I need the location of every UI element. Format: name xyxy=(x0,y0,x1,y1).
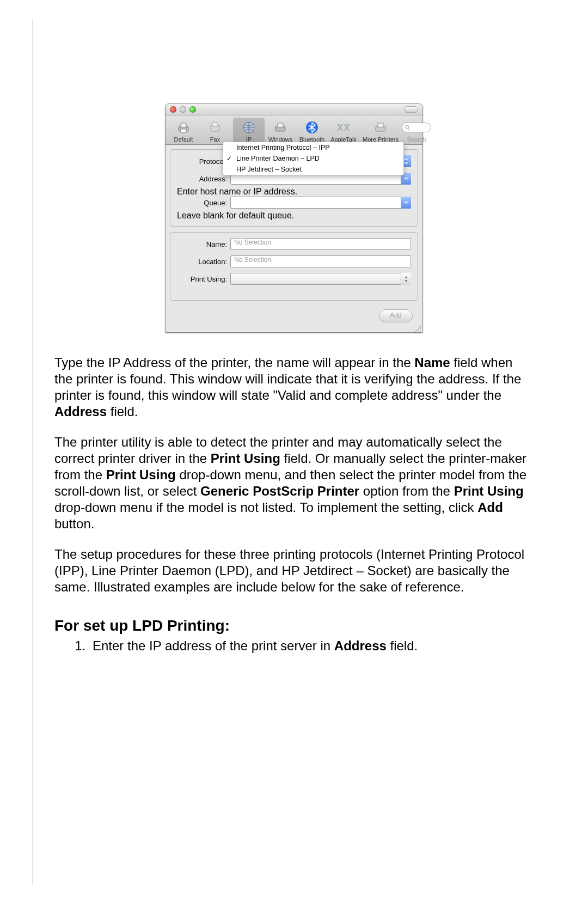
document-body: Type the IP Address of the printer, the … xyxy=(54,355,534,595)
name-input[interactable]: No Selection xyxy=(230,238,411,250)
chevron-down-icon xyxy=(404,201,408,204)
window-titlebar xyxy=(166,104,422,115)
address-label: Address: xyxy=(177,175,230,183)
search-icon xyxy=(405,125,411,131)
printer-icon xyxy=(168,120,199,135)
lpd-steps-list: Enter the IP address of the print server… xyxy=(54,638,534,654)
bluetooth-icon xyxy=(296,120,328,135)
protocol-option-socket[interactable]: HP Jetdirect – Socket xyxy=(223,164,403,175)
toolbar-search-label: Search xyxy=(402,136,431,143)
print-using-select[interactable] xyxy=(230,273,411,285)
bold-address: Address xyxy=(334,638,387,653)
name-label: Name: xyxy=(177,240,230,248)
chevron-down-icon: ▼ xyxy=(405,279,408,283)
protocol-option-socket-label: HP Jetdirect – Socket xyxy=(236,166,302,173)
toolbar-default-label: Default xyxy=(168,136,199,143)
appletalk-icon xyxy=(328,120,359,135)
add-button[interactable]: Add xyxy=(379,309,413,322)
protocol-option-ipp-label: Internet Printing Protocol – IPP xyxy=(236,144,330,151)
bold-generic-postscrip: Generic PostScrip Printer xyxy=(200,484,359,498)
queue-hint: Leave blank for default queue. xyxy=(177,211,411,221)
printer-browser-toolbar: Default Fax IP Windows xyxy=(166,115,422,145)
bold-add: Add xyxy=(477,500,503,515)
windows-printer-icon xyxy=(265,120,296,135)
queue-history-button[interactable] xyxy=(401,197,411,209)
paragraph-1: Type the IP Address of the printer, the … xyxy=(54,355,534,420)
globe-icon xyxy=(233,120,265,135)
toolbar-ip[interactable]: IP xyxy=(233,118,265,144)
protocol-option-ipp[interactable]: Internet Printing Protocol – IPP xyxy=(223,142,403,153)
location-input[interactable]: No Selection xyxy=(230,255,411,267)
print-using-label: Print Using: xyxy=(177,275,230,283)
details-panel: Name: No Selection Location: No Selectio… xyxy=(170,232,418,301)
search-input[interactable] xyxy=(402,123,431,132)
lpd-step-1: Enter the IP address of the print server… xyxy=(89,638,534,654)
svg-rect-1 xyxy=(181,123,186,127)
chevron-up-icon: ▲ xyxy=(405,275,408,279)
toolbar-bluetooth[interactable]: Bluetooth xyxy=(296,118,328,144)
svg-line-12 xyxy=(408,129,410,130)
zoom-icon[interactable] xyxy=(189,106,196,113)
svg-rect-10 xyxy=(378,123,383,127)
queue-input[interactable] xyxy=(230,197,411,209)
add-printer-window: Default Fax IP Windows xyxy=(165,103,423,333)
print-using-select-button[interactable]: ▲ ▼ xyxy=(401,273,411,285)
checkmark-icon: ✓ xyxy=(226,155,232,162)
queue-label: Queue: xyxy=(177,199,230,207)
toolbar-more-printers[interactable]: More Printers xyxy=(359,118,402,144)
svg-rect-4 xyxy=(212,123,218,126)
toolbar-search[interactable]: Search xyxy=(402,118,431,144)
toolbar-toggle-icon[interactable] xyxy=(404,106,418,113)
bold-print-using: Print Using xyxy=(211,451,280,466)
svg-rect-2 xyxy=(181,129,186,132)
more-printers-icon xyxy=(359,120,402,135)
protocol-option-lpd[interactable]: ✓ Line Printer Daemon – LPD xyxy=(223,153,403,164)
close-icon[interactable] xyxy=(170,106,176,113)
bold-print-using: Print Using xyxy=(106,467,176,482)
chevron-updown-icon xyxy=(403,157,409,165)
toolbar-default[interactable]: Default xyxy=(168,118,199,144)
heading-lpd: For set up LPD Printing: xyxy=(54,617,534,635)
bold-address: Address xyxy=(54,404,107,419)
minimize-icon[interactable] xyxy=(180,106,186,113)
location-label: Location: xyxy=(177,258,230,266)
svg-rect-7 xyxy=(278,123,283,127)
toolbar-appletalk[interactable]: AppleTalk xyxy=(328,118,359,144)
protocol-option-lpd-label: Line Printer Daemon – LPD xyxy=(236,155,320,162)
protocol-dropdown-menu[interactable]: Internet Printing Protocol – IPP ✓ Line … xyxy=(223,142,404,175)
resize-grip-icon[interactable] xyxy=(414,324,421,331)
paragraph-3: The setup procedures for these three pri… xyxy=(54,546,534,595)
bold-print-using: Print Using xyxy=(454,484,524,498)
toolbar-fax[interactable]: Fax xyxy=(199,118,231,144)
chevron-down-icon xyxy=(404,177,408,180)
address-hint: Enter host name or IP address. xyxy=(177,187,411,197)
fax-icon xyxy=(199,120,231,135)
page-margin-line xyxy=(33,19,33,885)
toolbar-windows[interactable]: Windows xyxy=(265,118,296,144)
bold-name: Name xyxy=(414,355,450,370)
paragraph-2: The printer utility is able to detect th… xyxy=(54,434,534,532)
svg-point-11 xyxy=(405,125,408,129)
